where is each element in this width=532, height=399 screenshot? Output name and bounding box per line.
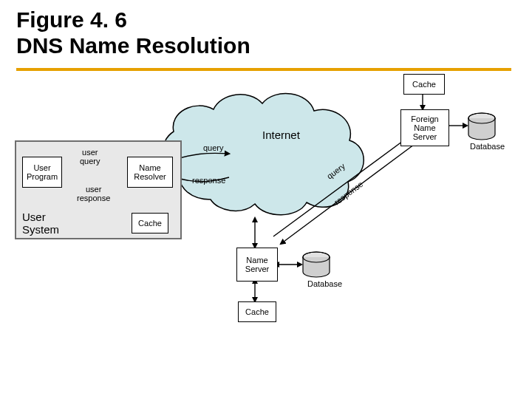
title-line-2: DNS Name Resolution	[16, 33, 250, 59]
database-bottom-icon	[303, 252, 330, 277]
dns-diagram: query response User System User Program …	[15, 89, 517, 377]
box-user-program: User Program	[22, 157, 62, 188]
label-user-response: user response	[77, 185, 110, 202]
label-user-query: user query	[80, 148, 100, 166]
title-underline	[16, 68, 511, 71]
box-cache-bottom: Cache	[238, 301, 276, 322]
label-internet: Internet	[262, 129, 300, 142]
label-user-system: User System	[22, 211, 59, 236]
box-cache-top: Cache	[403, 74, 445, 95]
label-response-top: response	[192, 176, 225, 185]
box-name-server-bottom: Name Server	[236, 248, 278, 282]
label-database-right: Database	[470, 142, 505, 151]
figure-title: Figure 4. 6 DNS Name Resolution	[16, 7, 250, 58]
label-database-bottom: Database	[307, 279, 342, 288]
internet-cloud	[163, 94, 364, 215]
database-right-icon	[468, 113, 495, 140]
title-line-1: Figure 4. 6	[16, 7, 250, 33]
box-name-resolver: Name Resolver	[127, 157, 173, 188]
box-cache-left: Cache	[132, 213, 168, 233]
box-foreign-name-server: Foreign Name Server	[400, 109, 449, 146]
label-query-top: query	[203, 143, 224, 152]
